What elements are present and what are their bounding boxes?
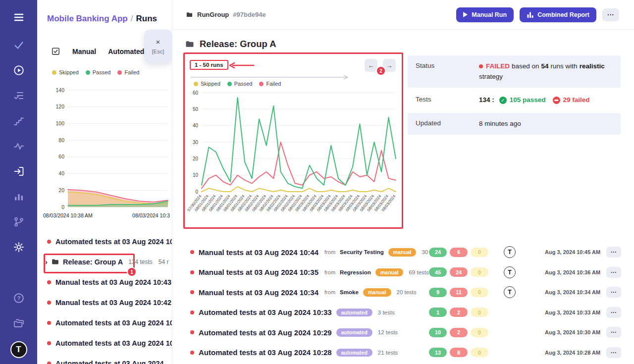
- tests-failed: 29 failed: [563, 96, 590, 104]
- close-icon[interactable]: ×: [156, 38, 160, 46]
- skipped-pill: 0: [471, 267, 488, 277]
- rungroup-id: #97bde94e: [233, 11, 266, 18]
- combined-report-label: Combined Report: [537, 11, 589, 18]
- main-chart-legend: Skipped Passed Failed: [194, 81, 281, 87]
- row-more-button[interactable]: ···: [606, 247, 621, 258]
- project-panel: Mobile Banking App/Runs Manual Automated…: [37, 0, 172, 364]
- passed-pill: 24: [429, 248, 447, 257]
- manual-badge: manual: [363, 288, 391, 297]
- svg-text:50: 50: [193, 106, 199, 112]
- menu-icon[interactable]: [11, 10, 26, 25]
- skipped-pill: 0: [471, 308, 488, 317]
- row-more-button[interactable]: ···: [606, 347, 621, 358]
- list-item[interactable]: Automated tests at 03 Aug 2024 10: [37, 231, 172, 252]
- runs-list-panel: Automated tests at 03 Aug 2024 10 › Rele…: [37, 231, 172, 364]
- branch-icon[interactable]: [11, 214, 26, 229]
- run-date: Aug 3, 2024 10:30 AM: [524, 329, 599, 335]
- failed-status-dot: [47, 362, 51, 364]
- run-board-icon[interactable]: [51, 47, 60, 56]
- failed-pill: 2: [450, 328, 468, 337]
- rungroup-label: RunGroup: [197, 11, 229, 18]
- failed-status-dot: [47, 301, 51, 305]
- run-row[interactable]: Manual tests at 03 Aug 2024 10:34 from S…: [172, 282, 634, 303]
- steps-icon[interactable]: [11, 113, 26, 128]
- esc-hint-popup[interactable]: × [Esc]: [144, 30, 172, 62]
- legend-passed: Passed: [86, 69, 111, 75]
- passed-pill: 1: [429, 308, 447, 317]
- skipped-pill: 0: [471, 248, 488, 257]
- x-axis-right-label: 08/03/2024 10:3: [132, 212, 170, 218]
- app-logo[interactable]: T: [10, 341, 27, 358]
- svg-text:40: 40: [58, 170, 64, 176]
- result-pills: 10 2 0: [429, 328, 495, 337]
- result-pills: 1 2 0: [429, 308, 495, 317]
- updated-label: Updated: [416, 119, 479, 128]
- failed-pill: 2: [450, 308, 468, 317]
- skipped-pill: 0: [471, 288, 488, 297]
- run-date: Aug 3, 2024 10:28 AM: [524, 350, 599, 356]
- passed-pill: 9: [429, 288, 447, 297]
- list-item[interactable]: Manual tests at 03 Aug 2024 10:43: [37, 272, 172, 292]
- tests-total: 134 :: [479, 96, 494, 104]
- pulse-icon[interactable]: [11, 139, 26, 154]
- passed-pill: 45: [429, 267, 447, 277]
- svg-text:0: 0: [61, 204, 64, 210]
- annotation-arrow-icon: [226, 61, 255, 69]
- group-heading: Release: Group A: [185, 39, 276, 50]
- rungroup-topbar: RunGroup #97bde94e Manual Run Combined R…: [172, 0, 634, 30]
- manual-run-button[interactable]: Manual Run: [456, 7, 514, 22]
- run-rows-list: Manual tests at 03 Aug 2024 10:44 from S…: [172, 242, 634, 363]
- runs-play-icon[interactable]: [11, 63, 26, 78]
- passed-dot-icon: [86, 70, 90, 75]
- run-date: Aug 3, 2024 10:33 AM: [524, 310, 599, 315]
- import-icon[interactable]: [11, 164, 26, 179]
- breadcrumb-current-page: Runs: [136, 14, 158, 23]
- prev-page-button[interactable]: ←: [365, 59, 377, 72]
- status-label: Status: [416, 62, 479, 81]
- run-row[interactable]: Manual tests at 03 Aug 2024 10:35 from R…: [172, 262, 634, 283]
- row-more-button[interactable]: ···: [606, 287, 621, 298]
- failed-status-dot: [190, 270, 194, 274]
- reports-bar-chart-icon[interactable]: [11, 189, 26, 204]
- failed-status-dot: [47, 321, 51, 325]
- list-item[interactable]: Manual tests at 03 Aug 2024 10:42: [37, 292, 172, 312]
- run-row[interactable]: Manual tests at 03 Aug 2024 10:44 from S…: [172, 242, 634, 262]
- breadcrumb-project[interactable]: Mobile Banking App: [47, 14, 128, 23]
- mini-chart-legend: Skipped Passed Failed: [52, 69, 139, 75]
- failed-status-dot: [47, 280, 51, 284]
- run-date: Aug 3, 2024 10:36 AM: [524, 269, 599, 275]
- row-more-button[interactable]: ···: [606, 327, 621, 338]
- tab-manual[interactable]: Manual: [72, 48, 96, 55]
- bar-chart-icon: [527, 11, 533, 18]
- settings-gear-icon[interactable]: [11, 240, 26, 255]
- automated-badge: automated: [336, 309, 372, 317]
- tests-check-icon[interactable]: [11, 38, 26, 52]
- failed-pill: 11: [450, 288, 468, 297]
- run-row[interactable]: Automated tests at 03 Aug 2024 10:28 aut…: [172, 343, 634, 363]
- list-item-release-group[interactable]: › Release: Group A 134 tests54 r: [37, 252, 172, 272]
- row-more-button[interactable]: ···: [606, 267, 621, 278]
- folder-icon: [185, 39, 195, 49]
- more-options-button[interactable]: ···: [602, 8, 619, 21]
- chevron-right-icon[interactable]: ›: [45, 258, 48, 266]
- test-plans-icon[interactable]: [11, 88, 26, 103]
- combined-report-button[interactable]: Combined Report: [520, 7, 596, 22]
- list-item[interactable]: Automated tests at 03 Aug 2024 10: [37, 312, 172, 333]
- svg-text:80: 80: [58, 137, 64, 143]
- svg-text:140: 140: [55, 87, 64, 93]
- run-row[interactable]: Automated tests at 03 Aug 2024 10:29 aut…: [172, 322, 634, 343]
- failed-pill: 6: [450, 248, 468, 257]
- list-item[interactable]: Automated tests at 03 Aug 2024 10: [37, 333, 172, 353]
- svg-text:60: 60: [58, 154, 64, 159]
- projects-folders-icon[interactable]: [11, 316, 26, 331]
- legend-skipped: Skipped: [194, 81, 220, 87]
- help-icon[interactable]: ?: [11, 291, 26, 306]
- tab-automated[interactable]: Automated: [108, 48, 144, 55]
- svg-text:120: 120: [55, 104, 64, 109]
- automated-badge: automated: [336, 349, 372, 357]
- next-page-button[interactable]: →: [383, 59, 396, 72]
- run-row[interactable]: Automated tests at 03 Aug 2024 10:33 aut…: [172, 303, 634, 323]
- failed-status-dot: [47, 240, 51, 244]
- row-more-button[interactable]: ···: [606, 307, 621, 318]
- list-item[interactable]: Automated tests at 03 Aug 2024: [37, 353, 172, 364]
